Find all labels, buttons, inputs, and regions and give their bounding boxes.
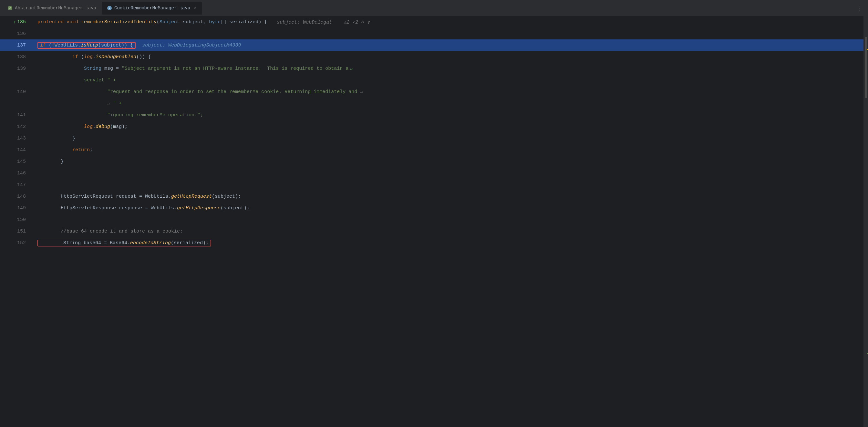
indent-144 xyxy=(37,147,72,153)
line-code-140b: ↵ " + xyxy=(32,100,868,106)
keyword-if-138: if xyxy=(72,54,81,60)
tab-cookie[interactable]: J CookieRememberMeManager.java ✕ xyxy=(102,2,202,14)
line-num-140b: 140 xyxy=(0,101,32,106)
line-num-142: 142 xyxy=(0,124,32,129)
close-icon[interactable]: ✕ xyxy=(194,5,196,10)
code-line-140b: 140 ↵ " + xyxy=(0,97,868,109)
paren-open: ( xyxy=(157,20,159,25)
type-string-139: String xyxy=(84,66,104,71)
wrap-cont: ↵ xyxy=(107,100,110,106)
line-num-145: 145 xyxy=(0,159,32,164)
str-assign-152: String base64 = Base64. xyxy=(40,240,130,246)
code-line-135: ↑ 135 protected void rememberSerializedI… xyxy=(0,16,868,28)
indent-141 xyxy=(37,113,107,118)
line-num-138: 138 xyxy=(0,54,32,60)
line-num-152: 152 xyxy=(0,240,32,246)
line-num-141: 141 xyxy=(0,113,32,118)
keyword-if: if xyxy=(40,43,49,48)
line-num-139: 139 xyxy=(0,66,32,71)
method-debug: debug xyxy=(96,124,110,129)
line-code-140: "request and response in order to set th… xyxy=(32,89,868,95)
line-code-141: "ignoring rememberMe operation."; xyxy=(32,113,868,118)
code-line-143: 143 } xyxy=(0,132,868,144)
dot-138: . xyxy=(93,54,96,60)
tab-cookie-label: CookieRememberMeManager.java xyxy=(114,5,190,11)
code-line-139b: 139 servlet " + xyxy=(0,74,868,86)
indent-149: HttpServletResponse response = WebUtils. xyxy=(37,206,177,211)
brace-145: } xyxy=(37,159,64,164)
red-box-137: if (!WebUtils.isHttp(subject)) { xyxy=(37,42,135,49)
method-name: rememberSerializedIdentity xyxy=(81,20,157,25)
indent-138 xyxy=(37,54,72,60)
editor-container: J AbstractRememberMeManager.java J Cooki… xyxy=(0,0,868,427)
line-num-137: 137 xyxy=(0,43,32,48)
line-num-148: 148 xyxy=(0,194,32,199)
indent-148: HttpServletRequest request = WebUtils. xyxy=(37,194,171,199)
str-139b: servlet " + xyxy=(84,78,116,83)
tab-abstract[interactable]: J AbstractRememberMeManager.java xyxy=(3,2,101,14)
call-end: (subject)) { xyxy=(98,43,133,48)
method-getHttpRequest: getHttpRequest xyxy=(171,194,212,199)
scroll-marker-warning xyxy=(867,49,868,50)
code-area: ↑ 135 protected void rememberSerializedI… xyxy=(0,16,868,427)
type-subject: Subject xyxy=(159,20,183,25)
java-icon-abstract: J xyxy=(8,6,12,10)
param-subject: subject, xyxy=(183,20,209,25)
indent-139 xyxy=(37,66,84,71)
end-148: (subject); xyxy=(212,194,241,199)
line-num-143: 143 xyxy=(0,136,32,141)
code-line-144: 144 return; xyxy=(0,144,868,156)
not-webutils: (!WebUtils. xyxy=(49,43,81,48)
line-code-138: if (log.isDebugEnabled()) { xyxy=(32,54,868,60)
line-code-143: } xyxy=(32,136,868,141)
scrollbar-thumb[interactable] xyxy=(865,37,867,98)
line-code-152: String base64 = Base64.encodeToString(se… xyxy=(32,240,868,246)
indent-143: } xyxy=(37,136,75,141)
code-line-138: 138 if (log.isDebugEnabled()) { xyxy=(0,51,868,63)
line-num-150: 150 xyxy=(0,217,32,222)
dot-142: . xyxy=(93,124,96,129)
line-code-151: //base 64 encode it and store as a cooki… xyxy=(32,229,868,234)
type-byte: byte xyxy=(209,20,221,25)
tabs-left: J AbstractRememberMeManager.java J Cooki… xyxy=(3,2,202,14)
indent-140b xyxy=(37,101,107,106)
msg-assign: msg = xyxy=(104,66,122,71)
code-line-145: 145 } xyxy=(0,156,868,167)
keyword-return: return xyxy=(72,147,90,153)
code-line-150: 150 xyxy=(0,214,868,225)
tab-abstract-label: AbstractRememberMeManager.java xyxy=(15,5,96,11)
line-code-135: protected void rememberSerializedIdentit… xyxy=(32,19,868,25)
keyword-void: void xyxy=(66,20,81,25)
scroll-marker-ok xyxy=(867,353,868,354)
code-line-149: 149 HttpServletResponse response = WebUt… xyxy=(0,202,868,214)
code-line-146: 146 xyxy=(0,167,868,179)
str-140b: " + xyxy=(110,101,122,106)
line-num-151: 151 xyxy=(0,229,32,234)
end-142: (msg); xyxy=(110,124,128,129)
indent-139b xyxy=(37,78,84,83)
line-code-139b: servlet " + xyxy=(32,78,868,83)
line-num-136: 136 xyxy=(0,31,32,36)
log-142: log xyxy=(84,124,93,129)
scrollbar[interactable] xyxy=(864,16,868,427)
paren-138: ( xyxy=(81,54,84,60)
line-num-139b: 139 xyxy=(0,78,32,83)
str-139: "Subject argument is not an HTTP-aware i… xyxy=(122,66,348,71)
line-num-135: ↑ 135 xyxy=(0,20,32,25)
more-button[interactable]: ⋮ xyxy=(855,3,865,13)
line-num-144: 144 xyxy=(0,147,32,153)
line-code-139: String msg = "Subject argument is not an… xyxy=(32,66,868,71)
line-135-hint: subject: WebDelegat ⚠2 ✓2 ^ ∨ xyxy=(277,19,370,25)
line-code-144: return; xyxy=(32,147,868,153)
comment-151: //base 64 encode it and store as a cooki… xyxy=(37,229,183,234)
str-141: "ignoring rememberMe operation."; xyxy=(107,113,203,118)
method-ishttp: isHttp xyxy=(81,43,98,48)
code-line-140: 140 "request and response in order to se… xyxy=(0,86,868,97)
line-137-hint: subject: WebDelegatingSubject@4339 xyxy=(142,43,241,48)
tab-bar: J AbstractRememberMeManager.java J Cooki… xyxy=(0,0,868,16)
wrap-arrow-139: ↵ xyxy=(350,66,352,71)
log-ref: log xyxy=(84,54,93,60)
method-encodeToString: encodeToString xyxy=(130,240,171,246)
up-arrow-icon: ↑ xyxy=(13,20,16,25)
end-152: (serialized); xyxy=(171,240,209,246)
